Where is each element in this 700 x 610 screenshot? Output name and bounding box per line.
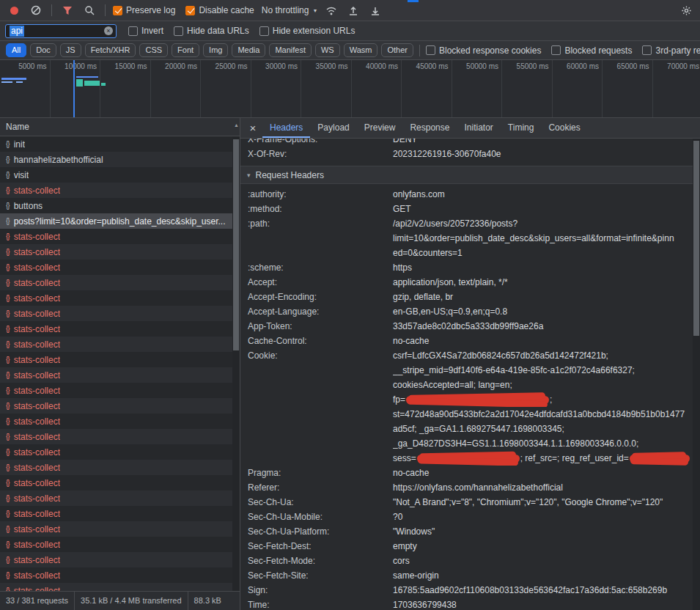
request-row[interactable]: {}stats-collect <box>0 429 240 444</box>
request-type-icon: {} <box>6 479 10 487</box>
request-row[interactable]: {}stats-collect <box>0 506 240 521</box>
name-column-header[interactable]: Name <box>0 118 240 136</box>
checkbox-hide-data-urls[interactable]: Hide data URLs <box>174 26 249 36</box>
checkbox-label: Hide data URLs <box>187 26 249 36</box>
tab-preview[interactable]: Preview <box>357 118 403 138</box>
scrollbar-thumb[interactable] <box>693 141 699 336</box>
type-filter-css[interactable]: CSS <box>139 43 168 57</box>
header-row: X-Of-Rev:202312261916-30670fa40e <box>240 147 693 161</box>
request-row[interactable]: {}stats-collect <box>0 321 240 337</box>
header-row: Referer:https://onlyfans.com/hannaheliza… <box>240 480 693 495</box>
request-name: stats-collect <box>14 355 60 365</box>
import-har-button[interactable] <box>345 2 361 18</box>
header-value: csrf=LdfcGX4Sa72db06824c657db26a5d142472… <box>393 348 693 466</box>
type-filter-js[interactable]: JS <box>60 43 81 57</box>
request-row[interactable]: {}stats-collect <box>0 398 240 414</box>
tab-headers[interactable]: Headers <box>262 118 310 138</box>
checkbox-blocked-response-cookies[interactable]: Blocked response cookies <box>426 45 541 56</box>
request-row[interactable]: {}stats-collect <box>0 183 240 198</box>
request-row[interactable]: {}stats-collect <box>0 383 240 398</box>
filter-button[interactable] <box>59 2 75 18</box>
type-filter-wasm[interactable]: Wasm <box>344 43 378 57</box>
request-row[interactable]: {}stats-collect <box>0 444 240 460</box>
request-name: stats-collect <box>14 247 60 257</box>
request-row[interactable]: {}stats-collect <box>0 537 240 552</box>
request-row[interactable]: {}stats-collect <box>0 552 240 567</box>
request-list-scrollbar[interactable] <box>232 136 240 591</box>
request-row[interactable]: {}stats-collect <box>0 275 240 290</box>
checkbox-hide-extension-urls[interactable]: Hide extension URLs <box>259 26 355 36</box>
request-row[interactable]: {}hannahelizabethofficial <box>0 152 240 167</box>
request-row[interactable]: {}stats-collect <box>0 475 240 490</box>
type-filter-all[interactable]: All <box>6 43 26 57</box>
type-filter-doc[interactable]: Doc <box>30 43 56 57</box>
request-row[interactable]: {}stats-collect <box>0 567 240 583</box>
type-filter-img[interactable]: Img <box>203 43 228 57</box>
request-row[interactable]: {}stats-collect <box>0 260 240 275</box>
checkbox-invert[interactable]: Invert <box>128 26 163 36</box>
top-blue-indicator <box>408 0 419 2</box>
tab-cookies[interactable]: Cookies <box>541 118 587 138</box>
header-value: no-cache <box>393 334 693 348</box>
request-type-icon: {} <box>6 510 10 518</box>
header-value: empty <box>393 539 693 554</box>
request-row[interactable]: {}stats-collect <box>0 414 240 429</box>
checkbox-blocked-requests[interactable]: Blocked requests <box>551 45 632 56</box>
request-list: {}init{}hannahelizabethofficial{}visit{}… <box>0 136 240 591</box>
type-filter-font[interactable]: Font <box>172 43 199 57</box>
type-filter-manifest[interactable]: Manifest <box>269 43 312 57</box>
network-status-bar: 33 / 381 requests 35.1 kB / 4.4 MB trans… <box>0 591 240 610</box>
checkbox-preserve-log[interactable]: Preserve log <box>113 5 175 15</box>
request-row[interactable]: {}stats-collect <box>0 352 240 367</box>
request-row[interactable]: {}visit <box>0 167 240 183</box>
tab-response[interactable]: Response <box>402 118 457 138</box>
type-filter-media[interactable]: Media <box>232 43 265 57</box>
request-headers-section[interactable]: ▾ Request Headers <box>240 166 693 184</box>
checkbox-icon <box>174 26 183 36</box>
network-overview-timeline[interactable]: 5000 ms10000 ms15000 ms20000 ms25000 ms3… <box>0 60 700 118</box>
request-row[interactable]: {}stats-collect <box>0 306 240 321</box>
filter-input[interactable]: api × <box>5 24 117 38</box>
request-row[interactable]: {}stats-collect <box>0 229 240 244</box>
timeline-tick: 5000 ms <box>0 60 51 117</box>
timeline-ruler: 5000 ms10000 ms15000 ms20000 ms25000 ms3… <box>0 60 700 117</box>
type-filter-ws[interactable]: WS <box>315 43 340 57</box>
type-filter-fetch-xhr[interactable]: Fetch/XHR <box>85 43 136 57</box>
tab-payload[interactable]: Payload <box>310 118 356 138</box>
checkbox-label: Blocked response cookies <box>439 45 541 56</box>
settings-gear-button[interactable] <box>678 2 694 18</box>
header-row: Accept:application/json, text/plain, */* <box>240 275 693 290</box>
tab-initiator[interactable]: Initiator <box>457 118 500 138</box>
request-type-icon: {} <box>6 417 10 425</box>
checkbox-disable-cache[interactable]: Disable cache <box>185 5 254 15</box>
details-scrollbar[interactable] <box>693 139 700 610</box>
request-row[interactable]: {}stats-collect <box>0 521 240 537</box>
header-row: Sec-Ch-Ua-Platform:"Windows" <box>240 524 693 539</box>
request-row[interactable]: {}init <box>0 136 240 152</box>
request-type-icon: {} <box>6 294 10 302</box>
clear-filter-icon[interactable]: × <box>104 26 113 35</box>
network-conditions-button[interactable] <box>323 2 339 18</box>
clear-network-log-button[interactable] <box>28 2 44 18</box>
request-row[interactable]: {}posts?limit=10&order=publish_date_desc… <box>0 213 240 229</box>
checkbox-3rd-party-requests[interactable]: 3rd-party requests <box>642 45 700 56</box>
search-button[interactable] <box>81 2 97 18</box>
request-row[interactable]: {}buttons <box>0 198 240 213</box>
header-row: Accept-Encoding:gzip, deflate, br <box>240 290 693 304</box>
type-filter-other[interactable]: Other <box>381 43 413 57</box>
request-row[interactable]: {}stats-collect <box>0 583 240 591</box>
scrollbar-thumb[interactable] <box>233 139 239 350</box>
request-row[interactable]: {}stats-collect <box>0 337 240 352</box>
request-row[interactable]: {}stats-collect <box>0 367 240 383</box>
request-row[interactable]: {}stats-collect <box>0 460 240 475</box>
request-row[interactable]: {}stats-collect <box>0 290 240 306</box>
throttling-dropdown[interactable]: No throttling ▼ <box>262 5 318 15</box>
tab-timing[interactable]: Timing <box>501 118 542 138</box>
export-har-button[interactable] <box>367 2 383 18</box>
record-button[interactable] <box>6 2 22 18</box>
request-row[interactable]: {}stats-collect <box>0 244 240 260</box>
scrollbar-up-arrow-icon[interactable]: ▲ <box>234 122 239 128</box>
request-row[interactable]: {}stats-collect <box>0 490 240 506</box>
request-name: stats-collect <box>14 324 60 334</box>
close-details-icon[interactable]: × <box>243 118 262 138</box>
